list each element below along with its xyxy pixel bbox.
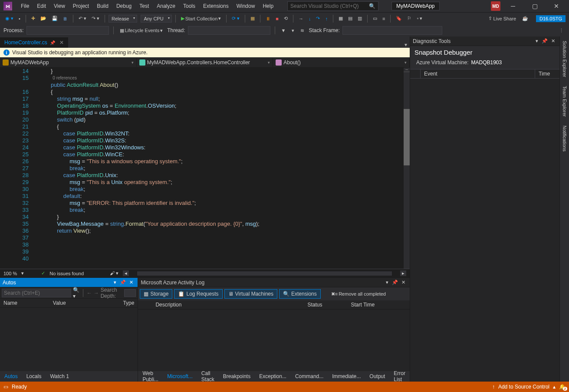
menu-window[interactable]: Window xyxy=(233,1,259,11)
azure-col-desc[interactable]: Description xyxy=(152,300,304,309)
menu-file[interactable]: File xyxy=(17,1,33,11)
side-tab-solution-explorer[interactable]: Solution Explorer xyxy=(561,36,568,82)
menu-tools[interactable]: Tools xyxy=(180,1,199,11)
live-share-button[interactable]: ⇪ Live Share xyxy=(487,15,518,22)
tag-icon[interactable]: ▫ ▾ xyxy=(415,15,424,22)
autos-search-input[interactable] xyxy=(2,289,71,297)
misc3-icon[interactable]: ▥ xyxy=(356,15,364,22)
tab-microsoft-[interactable]: Microsoft... xyxy=(165,372,194,381)
lifecycle-button[interactable]: ▦ Lifecycle Events ▾ xyxy=(118,27,164,34)
azure-col-status[interactable]: Status xyxy=(304,300,347,309)
azure-ext-toggle[interactable]: 🔍 Extensions xyxy=(279,289,321,299)
azure-col-icon[interactable] xyxy=(138,300,152,309)
step-icon[interactable]: → xyxy=(297,15,305,22)
menu-help[interactable]: Help xyxy=(259,1,277,11)
menu-build[interactable]: Build xyxy=(93,1,112,11)
zoom-level[interactable]: 100 % xyxy=(3,271,17,276)
brush-icon[interactable]: 🖌 ▾ xyxy=(110,270,118,276)
document-tab[interactable]: HomeController.cs 📌 ✕ xyxy=(0,37,68,48)
tab-immediate-[interactable]: Immediate... xyxy=(330,372,362,381)
azure-vms-toggle[interactable]: 🖥 Virtual Machines xyxy=(224,289,278,299)
nav-class-combo[interactable]: MyMADWebApp.Controllers.HomeController xyxy=(137,58,273,67)
autos-header[interactable]: Autos ▾ 📌 ✕ xyxy=(0,278,138,287)
autos-col-value[interactable]: Value xyxy=(49,299,120,307)
tab-command-[interactable]: Command... xyxy=(293,372,325,381)
misc5-icon[interactable]: ≡ xyxy=(381,15,387,22)
autos-col-name[interactable]: Name xyxy=(0,299,49,307)
stack-icon[interactable]: ≋ xyxy=(299,27,306,34)
autos-dropdown-icon[interactable]: ▾ xyxy=(112,280,118,285)
filter-icon[interactable]: ▼ xyxy=(280,27,288,34)
menu-debug[interactable]: Debug xyxy=(113,1,135,11)
platform-combo[interactable]: Any CPU xyxy=(141,15,171,23)
nav-method-combo[interactable]: About() xyxy=(273,58,410,67)
menu-analyze[interactable]: Analyze xyxy=(153,1,179,11)
split-icon[interactable]: ─ xyxy=(404,68,410,72)
azure-header[interactable]: Microsoft Azure Activity Log ▾ 📌 ✕ xyxy=(138,278,410,287)
tab-exception-[interactable]: Exception... xyxy=(257,372,288,381)
autos-depth-combo[interactable] xyxy=(124,289,136,297)
browser-link-icon[interactable]: ▦ xyxy=(249,15,257,22)
menu-edit[interactable]: Edit xyxy=(33,1,49,11)
autos-pin-icon[interactable]: 📌 xyxy=(118,280,128,285)
nav-project-combo[interactable]: MyMADWebApp xyxy=(0,58,137,67)
source-control-button[interactable]: Add to Source Control xyxy=(498,384,549,390)
menu-extensions[interactable]: Extensions xyxy=(200,1,232,11)
diag-header[interactable]: Diagnostic Tools ▾ 📌 ✕ xyxy=(410,36,559,46)
tab-locals[interactable]: Locals xyxy=(25,372,43,381)
save-all-icon[interactable]: 🗎 xyxy=(61,15,69,22)
diag-close-icon[interactable]: ✕ xyxy=(549,38,557,44)
undo-icon[interactable]: ↶ ▾ xyxy=(77,15,88,22)
start-button[interactable]: ▶ Start Collection ▾ xyxy=(179,15,223,22)
chevron-up-icon[interactable]: ▴ xyxy=(553,384,556,390)
filter2-icon[interactable]: ▾ xyxy=(290,27,296,34)
editor-scrollbar[interactable]: ─ xyxy=(404,68,410,269)
misc4-icon[interactable]: ▭ xyxy=(371,15,379,22)
autos-right-icon[interactable]: → xyxy=(94,290,99,296)
flag-icon[interactable]: ⚐ xyxy=(405,15,413,22)
tab-dropdown-icon[interactable]: ▾ xyxy=(405,42,407,48)
step-out-icon[interactable]: ↑ xyxy=(323,15,329,22)
publish-icon[interactable]: ↑ xyxy=(492,384,495,390)
code-editor[interactable]: 1415 16171819202122232425262728293031323… xyxy=(0,68,410,269)
stackframe-combo[interactable] xyxy=(342,26,442,35)
tab-autos[interactable]: Autos xyxy=(3,372,20,381)
feedback-icon[interactable]: ☕ xyxy=(520,15,530,22)
autos-col-type[interactable]: Type xyxy=(119,299,138,307)
diag-col-time[interactable]: Time xyxy=(535,69,559,78)
tab-output[interactable]: Output xyxy=(368,372,387,381)
pin-icon[interactable]: 📌 xyxy=(50,40,55,45)
azure-remove-button[interactable]: ✖≡ Remove all completed xyxy=(329,289,388,299)
side-tab-notifications[interactable]: Notifications xyxy=(561,121,568,156)
scroll-left-icon[interactable]: ◂ xyxy=(123,270,129,276)
overflow-icon[interactable]: ⋮ xyxy=(557,27,566,34)
azure-close-icon[interactable]: ✕ xyxy=(400,280,407,285)
global-search-input[interactable] xyxy=(290,3,369,9)
diag-col-event[interactable]: Event xyxy=(421,69,535,78)
azure-logreq-toggle[interactable]: 📋 Log Requests xyxy=(174,289,222,299)
tab-watch-1[interactable]: Watch 1 xyxy=(48,372,71,381)
notifications-button[interactable]: 🔔2 xyxy=(559,384,566,390)
restart-icon[interactable]: ⟲ xyxy=(282,15,289,22)
refresh-icon[interactable]: ⟳ ▾ xyxy=(230,15,241,22)
redo-icon[interactable]: ↷ ▾ xyxy=(90,15,101,22)
misc-icon[interactable]: ▦ xyxy=(337,15,345,22)
autos-close-icon[interactable]: ✕ xyxy=(128,280,135,285)
diag-pin-icon[interactable]: 📌 xyxy=(540,38,549,44)
step-into-icon[interactable]: ↓ xyxy=(307,15,313,22)
scroll-right-icon[interactable]: ▸ xyxy=(400,270,406,276)
thread-combo[interactable] xyxy=(188,26,270,35)
user-badge[interactable]: MD xyxy=(491,1,500,11)
diag-dropdown-icon[interactable]: ▾ xyxy=(534,38,540,44)
azure-storage-toggle[interactable]: ▦ Storage xyxy=(140,289,172,299)
save-icon[interactable]: 💾 xyxy=(50,15,59,22)
tab-close-icon[interactable]: ✕ xyxy=(59,40,64,46)
menu-view[interactable]: View xyxy=(50,1,69,11)
menu-test[interactable]: Test xyxy=(136,1,152,11)
autos-left-icon[interactable]: ← xyxy=(87,290,92,296)
config-combo[interactable]: Release xyxy=(109,15,137,23)
menu-project[interactable]: Project xyxy=(69,1,92,11)
azure-pin-icon[interactable]: 📌 xyxy=(390,280,400,285)
global-search[interactable]: 🔍 xyxy=(287,1,378,11)
autos-search-icon[interactable]: 🔍▾ xyxy=(73,287,79,299)
